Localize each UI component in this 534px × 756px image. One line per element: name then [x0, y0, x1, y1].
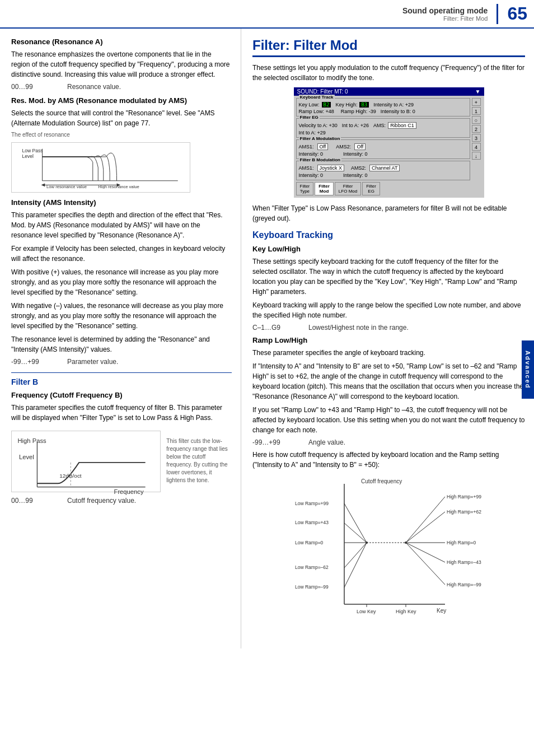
intensity-p5: The resonance level is determined by add… — [11, 334, 232, 354]
resonance-range-line: 00…99 Resonance value. — [11, 83, 232, 91]
ui-btn-3[interactable]: 3 — [472, 134, 481, 142]
svg-text:Low Pass: Low Pass — [22, 148, 43, 153]
svg-line-30 — [406, 497, 445, 543]
hp-diagram-svg: High Pass Level Frequency 12dB/oct — [16, 435, 156, 505]
svg-text:High Ramp=–43: High Ramp=–43 — [447, 559, 481, 565]
ramp-range: -99…+99 — [252, 438, 297, 446]
hp-diagram: High Pass Level Frequency 12dB/oct — [11, 431, 161, 492]
resonance-heading: Resonance (Resonance A) — [11, 38, 232, 46]
filter-mod-heading: Filter: Filter Mod — [252, 38, 525, 57]
key-low-high-p2: Keyboard tracking will apply to the rang… — [252, 300, 525, 320]
ui-keyboard-track-group: Keyboard Track Key Low: B2 Key High: B3 … — [296, 98, 470, 116]
ui-eg-row1: Velocity to A: +30 Int to A: +26 AMS: Ri… — [299, 122, 467, 129]
ui-ams-val: Ribbon C1 — [388, 122, 416, 129]
ui-key-low-label: Key Low: — [299, 102, 320, 108]
ui-intensityb-b: Intensity: 0 — [343, 172, 368, 178]
ui-btn-up[interactable]: + — [472, 98, 481, 106]
key-range: C–1…G9 — [252, 324, 297, 332]
svg-line-24 — [344, 503, 367, 543]
ramp-chart-svg: Cutoff frequency Key Low Key High Key — [294, 475, 484, 632]
header-divider — [496, 4, 498, 24]
ui-btn-1[interactable]: 1 — [472, 107, 481, 115]
ui-tab-filter-eg[interactable]: FilterEG — [362, 182, 380, 195]
header-main-title: Sound operating mode — [402, 6, 488, 15]
ui-btn-circle[interactable]: ○ — [472, 116, 481, 124]
ramp-chart-wrapper: Cutoff frequency Key Low Key High Key — [294, 475, 484, 634]
ui-main-content: Keyboard Track Key Low: B2 Key High: B3 … — [296, 98, 470, 195]
resonance-range: 00…99 — [11, 83, 56, 91]
header-title-group: Sound operating mode Filter: Filter Mod … — [402, 3, 527, 24]
ui-intensity-b: Intensity: 0 — [343, 151, 368, 157]
svg-text:Low Key: Low Key — [357, 609, 376, 614]
ramp-range-line: -99…+99 Angle value. — [252, 438, 525, 446]
ui-filter-a-mod-group: Filter A Modulation AMS1: Off AMS2: Off … — [296, 139, 470, 159]
ui-tab-filter-type[interactable]: FilterType — [296, 182, 314, 195]
ui-btn-2[interactable]: 2 — [472, 125, 481, 133]
left-column: Resonance (Resonance A) The resonance em… — [0, 29, 241, 648]
ui-ams2-label: AMS2: — [336, 144, 351, 150]
resonance-range-desc: Resonance value. — [67, 83, 121, 91]
ui-bottom-tabs: FilterType FilterMod FilterLFO Mod Filte… — [296, 182, 470, 195]
ramp-low-high-heading: Ramp Low/High — [252, 336, 525, 344]
ui-int-a-label: Intensity to A: +29 — [373, 102, 414, 108]
ui-titlebar-text: SOUND: Filter MT: 0 — [297, 88, 348, 95]
right-column: Filter: Filter Mod These settings let yo… — [241, 29, 534, 648]
svg-text:Level: Level — [19, 454, 34, 460]
svg-text:High Key: High Key — [396, 609, 416, 614]
header-page-num: 65 — [507, 3, 527, 24]
ui-key-high-val: B3 — [359, 102, 369, 108]
svg-line-25 — [344, 523, 367, 543]
key-low-high-heading: Key Low/High — [252, 245, 525, 253]
intensity-p4: With negative (–) values, the resonance … — [11, 301, 232, 331]
ui-btn-down[interactable]: ↓ — [472, 152, 481, 160]
key-low-high-p1: These settings specify keyboard tracking… — [252, 256, 525, 297]
advanced-tab[interactable]: Advanced — [522, 340, 534, 399]
svg-text:Frequency: Frequency — [114, 488, 144, 495]
svg-line-31 — [406, 512, 445, 543]
hp-desc-text: This filter cuts the low-frequency range… — [166, 426, 232, 484]
key-range-desc: Lowest/Highest note in the range. — [308, 324, 409, 332]
filter-type-note: When "Filter Type" is Low Pass Resonance… — [252, 203, 525, 223]
intensity-range-line: -99…+99 Parameter value. — [11, 358, 232, 366]
ramp-p2: If "Intensity to A" and "Intensity to B"… — [252, 361, 525, 402]
res-mod-p1: Selects the source that will control the… — [11, 108, 232, 128]
ui-filter-a-mod-title: Filter A Modulation — [299, 136, 341, 141]
freq-b-p1: This parameter specifies the cutoff freq… — [11, 403, 232, 423]
ui-b-mod-row2: Intensity: 0 Intensity: 0 — [299, 172, 467, 178]
ui-panel-outer: SOUND: Filter MT: 0 ▼ Keyboard Track Key… — [294, 87, 484, 198]
svg-text:High Ramp=+62: High Ramp=+62 — [447, 509, 481, 515]
svg-text:High Ramp=+99: High Ramp=+99 — [447, 494, 481, 500]
intensity-range: -99…+99 — [11, 358, 56, 366]
diagram-label: The effect of resonance — [11, 132, 232, 138]
ui-key-high-label: Key High: — [335, 102, 357, 108]
freq-b-heading: Frequency (Cutoff Frequency B) — [11, 391, 232, 399]
keyboard-tracking-heading: Keyboard Tracking — [252, 230, 525, 240]
lp-diagram: Low Pass Level Low resonance va — [11, 142, 190, 193]
ui-a-mod-row1: AMS1: Off AMS2: Off — [299, 143, 467, 150]
intensity-heading: Intensity (AMS Intensity) — [11, 198, 232, 207]
ui-ams-label: AMS: — [373, 123, 386, 128]
ui-ramp-low-label: Ramp Low: +48 — [299, 109, 334, 114]
ui-sidebar: + 1 ○ 2 3 4 ↓ — [472, 98, 482, 195]
ramp-p3: If you set "Ramp Low" to +43 and "Ramp H… — [252, 405, 525, 435]
hp-diagram-wrapper: High Pass Level Frequency 12dB/oct Thi — [11, 426, 232, 497]
svg-text:Low Ramp=–99: Low Ramp=–99 — [295, 584, 329, 590]
svg-text:High Ramp=0: High Ramp=0 — [447, 540, 476, 545]
svg-text:Low Ramp=+43: Low Ramp=+43 — [295, 520, 329, 525]
ui-b-mod-row1: AMS1: Joystick X AMS2: Channel AT — [299, 165, 467, 171]
ui-ams2b-label: AMS2: — [351, 165, 366, 171]
svg-text:Low Ramp=+99: Low Ramp=+99 — [295, 501, 329, 506]
ui-key-low-val: B2 — [322, 102, 331, 108]
ui-tab-filter-lfo-mod[interactable]: FilterLFO Mod — [335, 182, 361, 195]
ramp-p4: Here is how cutoff frequency is affected… — [252, 450, 525, 470]
svg-text:Low resonance value: Low resonance value — [46, 184, 87, 189]
ui-btn-4[interactable]: 4 — [472, 143, 481, 151]
svg-text:High Pass: High Pass — [17, 437, 46, 444]
ramp-p1: These parameter specifies the angle of k… — [252, 348, 525, 358]
key-range-line: C–1…G9 Lowest/Highest note in the range. — [252, 324, 525, 332]
intensity-p1: This parameter specifies the depth and d… — [11, 210, 232, 240]
ui-tab-filter-mod[interactable]: FilterMod — [315, 182, 334, 195]
ui-intensityb-a: Intensity: 0 — [299, 172, 324, 178]
ui-kt-row2: Ramp Low: +48 Ramp High: -39 Intensity t… — [299, 109, 467, 114]
ui-keyboard-track-title: Keyboard Track — [299, 95, 335, 100]
